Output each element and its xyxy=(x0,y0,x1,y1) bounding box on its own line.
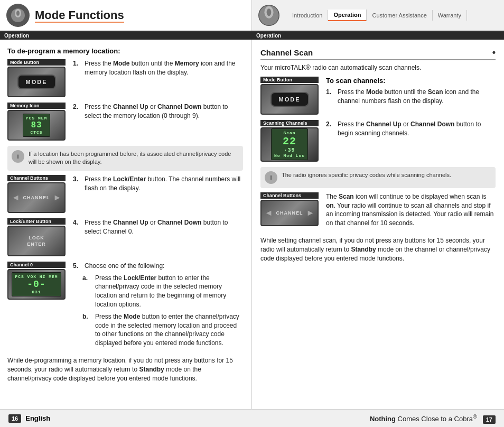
channel-buttons-img-col: Channel Buttons ◄ CHANNEL ► xyxy=(7,175,66,213)
channel0-label: Channel 0 xyxy=(7,262,66,268)
scan-mode-button-col: Mode Button MODE xyxy=(260,77,319,115)
subheader-bar: Operation Operation xyxy=(0,32,504,40)
channel-scan-intro: Your microTALK® radio can automatically … xyxy=(260,63,496,72)
page-number-left: 16 xyxy=(8,414,21,423)
cobra-icon-right xyxy=(258,5,279,26)
channel0-section: Channel 0 PCS VOX HZ MEM -0- 031 5. Choo… xyxy=(7,262,243,351)
footer-left: 16 English xyxy=(8,414,50,423)
nav-customer-assistance[interactable]: Customer Assistance xyxy=(367,10,432,21)
footer-right: Nothing Comes Close to a Cobra® 17 xyxy=(370,413,496,423)
deprogram-title: To de-program a memory location: xyxy=(7,47,243,55)
subheader-left: Operation xyxy=(0,32,252,40)
cobra-icon-left xyxy=(6,4,30,27)
scanning-channels-label: Scanning Channels xyxy=(260,120,319,126)
subheader-right: Operation xyxy=(252,32,504,40)
scan-mode-button-section: Mode Button MODE To scan channels: 1. Pr… xyxy=(260,77,496,115)
nav-warranty[interactable]: Warranty xyxy=(433,10,467,21)
footer-trademark: ® xyxy=(473,413,477,420)
step-5: 5. Choose one of the following: xyxy=(73,262,243,271)
right-panel: Channel Scan Your microTALK® radio can a… xyxy=(252,40,504,409)
note-icon-right: i xyxy=(265,171,277,184)
footer-language: English xyxy=(25,414,50,422)
scan-step-1: 1. Press the Mode button until the Scan … xyxy=(326,88,496,106)
main-content: To de-program a memory location: Mode Bu… xyxy=(0,40,504,409)
lock-enter-label: Lock/Enter Button xyxy=(7,218,66,225)
memory-icon-label: Memory Icon xyxy=(7,103,66,109)
step-3-content: 3. Press the Lock/Enter button. The chan… xyxy=(73,175,243,213)
page-title: Mode Functions xyxy=(35,8,124,22)
step-5-content: 5. Choose one of the following: a. Press… xyxy=(73,262,243,351)
channel0-display: PCS VOX HZ MEM -0- 031 xyxy=(12,272,61,296)
to-scan-label: To scan channels: xyxy=(326,77,496,85)
deprogram-closing-para: While de-programming a memory location, … xyxy=(7,356,243,383)
scanning-display: Scan 22 ·39 No Mod Loc xyxy=(271,128,308,160)
note-text-right: The radio ignores specific privacy codes… xyxy=(282,171,451,179)
left-panel: To de-program a memory location: Mode Bu… xyxy=(0,40,252,409)
scan-channel-buttons-label: Channel Buttons xyxy=(260,192,319,199)
mode-button-img-col: Mode Button MODE xyxy=(7,59,66,97)
page-number-right: 17 xyxy=(483,415,496,424)
lock-enter-img-col: Lock/Enter Button LOCK ENTER xyxy=(7,218,66,256)
scan-channel-buttons-col: Channel Buttons ◄ CHANNEL ► xyxy=(260,192,319,231)
svg-point-5 xyxy=(267,8,272,16)
note-icon-left: i xyxy=(12,150,24,163)
scan-channel-buttons-img: ◄ CHANNEL ► xyxy=(260,200,319,226)
svg-point-2 xyxy=(16,11,20,16)
step-1: 1. Press the Mode button until the Memor… xyxy=(73,59,243,77)
substep-b: b. Press the Mode button to enter the ch… xyxy=(73,312,243,348)
channel0-device-img: PCS VOX HZ MEM -0- 031 xyxy=(7,269,66,300)
lock-enter-section: Lock/Enter Button LOCK ENTER 4. Press th… xyxy=(7,218,243,256)
channel-scan-title: Channel Scan xyxy=(260,47,496,60)
scan-mode-button-img: MODE xyxy=(260,84,319,115)
memory-display: PCS MEM 83 CTCS xyxy=(23,114,51,137)
note-box-right: i The radio ignores specific privacy cod… xyxy=(260,167,496,188)
scanning-channels-col: Scanning Channels Scan 22 ·39 No Mod Loc xyxy=(260,120,319,162)
step-4: 4. Press the Channel Up or Channel Down … xyxy=(73,218,243,236)
scanning-channels-section: Scanning Channels Scan 22 ·39 No Mod Loc… xyxy=(260,120,496,162)
memory-icon-img-col: Memory Icon PCS MEM 83 CTCS xyxy=(7,103,66,141)
footer-brand-bold: Nothing xyxy=(370,415,396,423)
page-footer: 16 English Nothing Comes Close to a Cobr… xyxy=(0,409,504,427)
scan-mode-button-label: Mode Button xyxy=(260,77,319,83)
scan-to-scan-title: To scan channels: 1. Press the Mode butt… xyxy=(326,77,496,115)
mode-button-section: Mode Button MODE 1. Press the Mode butto… xyxy=(7,59,243,97)
memory-icon-section: Memory Icon PCS MEM 83 CTCS 2. Press the… xyxy=(7,103,243,141)
mode-button-label: Mode Button xyxy=(7,59,66,66)
scan-step-2: 2. Press the Channel Up or Channel Down … xyxy=(326,120,496,138)
scan-channel-buttons-section: Channel Buttons ◄ CHANNEL ► The Scan ico… xyxy=(260,192,496,231)
scanning-channels-img: Scan 22 ·39 No Mod Loc xyxy=(260,127,319,162)
step-3: 3. Press the Lock/Enter button. The chan… xyxy=(73,175,243,193)
channel0-img-col: Channel 0 PCS VOX HZ MEM -0- 031 xyxy=(7,262,66,351)
memory-icon-device-img: PCS MEM 83 CTCS xyxy=(7,110,66,141)
nav-introduction[interactable]: Introduction xyxy=(287,10,328,21)
note-text-left: If a location has been programmed before… xyxy=(29,150,239,166)
note-box-left: i If a location has been programmed befo… xyxy=(7,146,243,171)
scan-closing-para: While setting channel scan, if you do no… xyxy=(260,236,496,263)
step-2: 2. Press the Channel Up or Channel Down … xyxy=(73,103,243,120)
channel-buttons-label: Channel Buttons xyxy=(7,175,66,181)
header-right: Introduction Operation Customer Assistan… xyxy=(252,0,504,31)
step-2-content: 2. Press the Channel Up or Channel Down … xyxy=(73,103,243,141)
header-left: Mode Functions xyxy=(0,0,252,31)
nav-bar: Introduction Operation Customer Assistan… xyxy=(287,10,498,21)
step-4-content: 4. Press the Channel Up or Channel Down … xyxy=(73,218,243,256)
channel-buttons-device-img: ◄ CHANNEL ► xyxy=(7,182,66,213)
scan-step-2-content: 2. Press the Channel Up or Channel Down … xyxy=(326,120,496,162)
nav-operation[interactable]: Operation xyxy=(328,10,367,21)
channel-buttons-section: Channel Buttons ◄ CHANNEL ► 3. Press the… xyxy=(7,175,243,213)
substep-a: a. Press the Lock/Enter button to enter … xyxy=(73,274,243,309)
scan-desc-para1: The Scan icon will continue to be displa… xyxy=(326,192,496,228)
mode-button-device-img: MODE xyxy=(7,67,66,97)
footer-brand-text: Comes Close to a Cobra xyxy=(396,415,473,423)
lock-enter-device-img: LOCK ENTER xyxy=(7,226,66,256)
page-header: Mode Functions Introduction Operation Cu… xyxy=(0,0,504,32)
steps-1-2: 1. Press the Mode button until the Memor… xyxy=(73,59,243,97)
scan-description: The Scan icon will continue to be displa… xyxy=(326,192,496,231)
